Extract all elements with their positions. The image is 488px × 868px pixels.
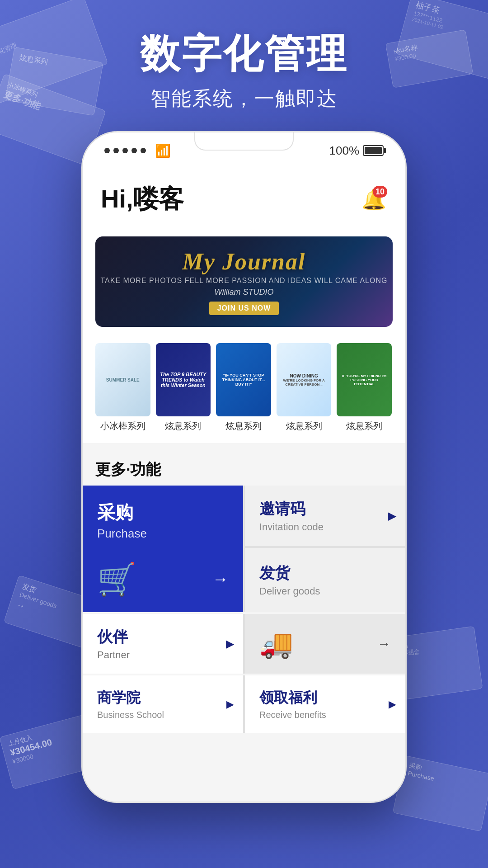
partner-arrow-icon: ▶: [226, 637, 234, 650]
banner-image[interactable]: My Journal TAKE MORE PHOTOS FELL MORE PA…: [95, 236, 393, 327]
phone-notch: [194, 132, 294, 151]
banner-cta-button[interactable]: JOIN US NOW: [209, 302, 279, 315]
series-label-5: 炫息系列: [346, 420, 382, 432]
series-thumb-3: "IF YOU CAN'T STOP THINKING ABOUT IT... …: [216, 343, 271, 416]
partner-zh-label: 伙伴: [97, 627, 229, 647]
series-thumb-1: SUMMER SALE: [95, 343, 150, 416]
business-school-en-label: Business School: [97, 710, 229, 720]
phone-mockup: 📶 100% Hi,喽客 🔔 10: [81, 131, 407, 803]
series-label-2: 炫息系列: [165, 420, 201, 432]
bottom-features-grid: 商学院 Business School ▶ 领取福利 Receive benef…: [83, 675, 405, 733]
hero-subtitle: 智能系统，一触即达: [0, 85, 488, 112]
series-thumb-4: NOW DINING WE'RE LOOKING FOR A CREATIVE …: [277, 343, 332, 416]
banner-studio: William STUDIO: [215, 288, 274, 297]
purchase-cell[interactable]: 采购 Purchase 🛒 →: [83, 486, 243, 612]
series-thumb-5: IF YOU'RE MY FRIEND I'M PUSHING YOUR POT…: [337, 343, 392, 416]
series-label-3: 炫息系列: [225, 420, 262, 432]
banner-section: My Journal TAKE MORE PHOTOS FELL MORE PA…: [83, 227, 405, 334]
receive-benefits-cell[interactable]: 领取福利 Receive benefits ▶: [245, 675, 405, 733]
greeting-text: Hi,喽客: [101, 182, 184, 217]
invitation-en-label: Invitation code: [259, 521, 391, 533]
wifi-icon: 📶: [155, 143, 171, 158]
banner-tagline: TAKE MORE PHOTOS FELL MORE PASSION AND I…: [101, 277, 388, 285]
hero-title: 数字化管理: [0, 27, 488, 81]
business-school-arrow-icon: ▶: [226, 698, 234, 710]
series-grid: SUMMER SALE 小冰棒系列 The TOP 9 BEAUTY TREND…: [95, 343, 393, 432]
partner-row-grid: 伙伴 Partner ▶ 🚚 →: [83, 614, 405, 674]
series-item-2[interactable]: The TOP 9 BEAUTY TRENDS to Watch this Wi…: [156, 343, 211, 432]
app-header: Hi,喽客 🔔 10: [83, 169, 405, 227]
phone-shell: 📶 100% Hi,喽客 🔔 10: [81, 131, 407, 803]
series-item-5[interactable]: IF YOU'RE MY FRIEND I'M PUSHING YOUR POT…: [337, 343, 392, 432]
truck-icon: 🚚: [259, 628, 293, 660]
battery-indicator: 100%: [329, 144, 384, 158]
business-school-zh-label: 商学院: [97, 688, 229, 708]
phone-status-bar: 📶 100%: [83, 132, 405, 169]
cart-icon: 🛒: [97, 561, 136, 598]
invitation-arrow-icon: ▶: [388, 509, 396, 522]
more-features-section: 更多·功能 采购 Purchase 🛒 →: [83, 452, 405, 733]
deliver-arrow-icon: →: [377, 636, 391, 651]
purchase-en-label: Purchase: [97, 527, 229, 541]
series-section: SUMMER SALE 小冰棒系列 The TOP 9 BEAUTY TREND…: [83, 334, 405, 443]
receive-benefits-arrow-icon: ▶: [389, 698, 396, 710]
series-label-1: 小冰棒系列: [100, 420, 145, 432]
receive-benefits-en-label: Receive benefits: [259, 710, 391, 720]
purchase-arrow-icon: →: [212, 570, 229, 589]
feature-main-grid: 采购 Purchase 🛒 → 邀请码 Invitation code ▶: [83, 486, 405, 612]
more-title: 更多·功能: [83, 452, 405, 486]
series-item-1[interactable]: SUMMER SALE 小冰棒系列: [95, 343, 150, 432]
business-school-cell[interactable]: 商学院 Business School ▶: [83, 675, 243, 733]
deliver-icon-cell[interactable]: 🚚 →: [245, 614, 405, 674]
notification-badge: 10: [373, 186, 387, 198]
hero-section: 数字化管理 智能系统，一触即达: [0, 27, 488, 112]
purchase-text: 采购 Purchase: [97, 500, 229, 541]
deliver-zh-label: 发货: [259, 563, 391, 584]
series-item-3[interactable]: "IF YOU CAN'T STOP THINKING ABOUT IT... …: [216, 343, 271, 432]
invitation-zh-label: 邀请码: [259, 499, 391, 519]
banner-title: My Journal: [183, 248, 306, 275]
app-content: Hi,喽客 🔔 10 My Journal TAKE MORE PHOTOS F…: [83, 169, 405, 802]
notification-button[interactable]: 🔔 10: [360, 186, 387, 213]
invitation-code-cell[interactable]: 邀请码 Invitation code ▶: [245, 486, 405, 546]
series-thumb-2: The TOP 9 BEAUTY TRENDS to Watch this Wi…: [156, 343, 211, 416]
purchase-zh-label: 采购: [97, 500, 229, 525]
battery-percent-label: 100%: [329, 144, 360, 158]
signal-dots: [104, 148, 146, 153]
series-label-4: 炫息系列: [286, 420, 322, 432]
deliver-cell[interactable]: 发货 Deliver goods: [245, 548, 405, 612]
receive-benefits-zh-label: 领取福利: [259, 688, 391, 708]
purchase-bottom: 🛒 →: [97, 561, 229, 598]
series-item-4[interactable]: NOW DINING WE'RE LOOKING FOR A CREATIVE …: [277, 343, 332, 432]
partner-cell[interactable]: 伙伴 Partner ▶: [83, 614, 243, 674]
battery-icon: [363, 145, 384, 156]
deliver-en-label: Deliver goods: [259, 585, 391, 597]
partner-en-label: Partner: [97, 649, 229, 661]
